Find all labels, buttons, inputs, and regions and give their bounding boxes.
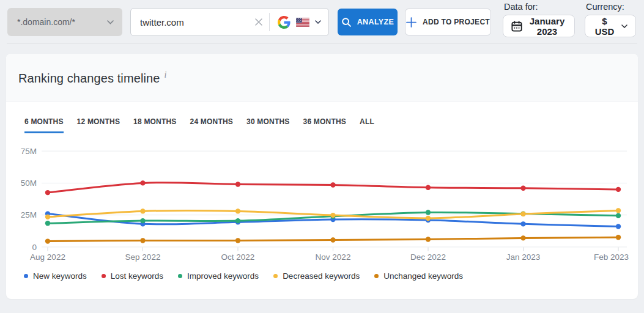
data-for-group: Data for: January 2023 (503, 2, 575, 37)
legend-item-lost-keywords[interactable]: Lost keywords (102, 271, 163, 281)
divider (7, 43, 637, 43)
search-input[interactable] (140, 17, 252, 28)
tab-36-months[interactable]: 36 MONTHS (303, 117, 346, 133)
series-point-lost-keywords (520, 186, 525, 191)
tab-12-months[interactable]: 12 MONTHS (77, 117, 120, 133)
google-icon (278, 16, 291, 29)
series-point-decreased-keywords (520, 212, 525, 216)
series-point-lost-keywords (426, 185, 431, 190)
series-point-lost-keywords (45, 190, 50, 195)
series-point-decreased-keywords (235, 208, 240, 213)
legend-label: Lost keywords (111, 271, 163, 281)
series-point-lost-keywords (330, 182, 335, 187)
legend-dot-icon (24, 274, 28, 278)
search-engine-selector[interactable] (269, 13, 321, 31)
legend-label: Unchanged keywords (383, 271, 463, 281)
series-point-improved-keywords (140, 218, 145, 223)
analyze-label: ANALYZE (357, 18, 394, 26)
series-point-unchanged-keywords (330, 237, 335, 242)
x-axis-label: Oct 2022 (221, 252, 255, 262)
x-axis-label: Jan 2023 (506, 252, 541, 262)
y-axis-label: 25M (21, 210, 37, 219)
series-point-unchanged-keywords (520, 235, 525, 240)
chevron-down-icon (107, 20, 114, 24)
series-point-new-keywords (520, 221, 525, 226)
chevron-down-icon (315, 20, 321, 24)
series-point-improved-keywords (45, 221, 50, 226)
date-picker-button[interactable]: January 2023 (503, 15, 575, 37)
search-box (130, 8, 329, 36)
domain-filter-select[interactable]: *.domain.com/* (7, 8, 122, 36)
series-point-decreased-keywords (140, 208, 145, 213)
series-point-lost-keywords (140, 180, 145, 185)
add-to-project-label: ADD TO PROJECT (423, 18, 490, 26)
legend-label: Improved keywords (187, 271, 259, 281)
topbar: *.domain.com/* (0, 0, 644, 37)
legend-label: New keywords (33, 271, 87, 281)
tab-30-months[interactable]: 30 MONTHS (246, 117, 289, 133)
x-axis-label: Nov 2022 (316, 252, 351, 262)
panel-header: Ranking changes timelinei (6, 54, 638, 101)
series-point-decreased-keywords (616, 208, 621, 213)
legend-item-improved-keywords[interactable]: Improved keywords (178, 271, 259, 281)
info-icon[interactable]: i (164, 70, 166, 79)
series-point-decreased-keywords (45, 215, 50, 219)
legend-item-unchanged-keywords[interactable]: Unchanged keywords (374, 271, 463, 281)
currency-group: Currency: $ USD (585, 2, 636, 37)
ranking-changes-panel: Ranking changes timelinei 6 MONTHS12 MON… (6, 54, 638, 299)
analyze-button[interactable]: ANALYZE (338, 9, 398, 35)
y-axis-label: 0 (32, 243, 37, 252)
x-axis-label: Dec 2022 (410, 252, 446, 262)
ranking-chart: 75M50M25M0Aug 2022Sep 2022Oct 2022Nov 20… (12, 145, 632, 263)
currency-value: $ USD (593, 16, 616, 37)
series-point-improved-keywords (616, 213, 621, 218)
currency-label: Currency: (586, 2, 636, 12)
x-axis-label: Aug 2022 (30, 252, 65, 262)
date-picker-value: January 2023 (528, 16, 566, 37)
series-point-unchanged-keywords (426, 237, 431, 241)
clear-search-icon[interactable] (252, 15, 269, 29)
x-axis-label: Feb 2023 (594, 252, 629, 262)
tab-18-months[interactable]: 18 MONTHS (133, 117, 176, 133)
series-point-new-keywords (616, 224, 621, 229)
legend-dot-icon (374, 274, 379, 278)
legend-dot-icon (102, 274, 106, 278)
tab-6-months[interactable]: 6 MONTHS (24, 117, 64, 133)
legend-dot-icon (273, 274, 278, 278)
series-point-unchanged-keywords (140, 238, 145, 243)
us-flag-icon (296, 18, 309, 27)
chart-legend: New keywordsLost keywordsImproved keywor… (24, 271, 638, 281)
chevron-down-icon (621, 24, 627, 28)
series-point-unchanged-keywords (616, 235, 621, 240)
series-point-improved-keywords (235, 218, 240, 223)
series-point-improved-keywords (426, 210, 431, 215)
y-axis-label: 75M (21, 147, 37, 156)
data-for-label: Data for: (504, 2, 575, 12)
search-icon (341, 17, 352, 28)
calendar-icon (511, 21, 522, 32)
series-point-unchanged-keywords (235, 238, 240, 243)
legend-item-decreased-keywords[interactable]: Decreased keywords (273, 271, 360, 281)
x-axis-label: Sep 2022 (125, 252, 161, 262)
panel-title: Ranking changes timeline (18, 72, 160, 85)
currency-select[interactable]: $ USD (585, 15, 636, 37)
series-point-lost-keywords (616, 187, 621, 192)
legend-item-new-keywords[interactable]: New keywords (24, 271, 87, 281)
tab-all[interactable]: ALL (360, 117, 374, 133)
legend-label: Decreased keywords (283, 271, 360, 281)
domain-filter-value: *.domain.com/* (17, 17, 75, 27)
series-point-unchanged-keywords (45, 238, 50, 243)
period-tabs: 6 MONTHS12 MONTHS18 MONTHS24 MONTHS30 MO… (6, 101, 638, 133)
series-point-lost-keywords (235, 182, 240, 186)
series-point-decreased-keywords (426, 216, 431, 221)
chart-area: 75M50M25M0Aug 2022Sep 2022Oct 2022Nov 20… (6, 133, 638, 266)
legend-dot-icon (178, 274, 182, 278)
series-point-decreased-keywords (330, 213, 335, 218)
tab-24-months[interactable]: 24 MONTHS (190, 117, 233, 133)
add-to-project-button[interactable]: ADD TO PROJECT (405, 9, 491, 35)
y-axis-label: 50M (21, 179, 37, 188)
plus-icon (406, 17, 416, 28)
